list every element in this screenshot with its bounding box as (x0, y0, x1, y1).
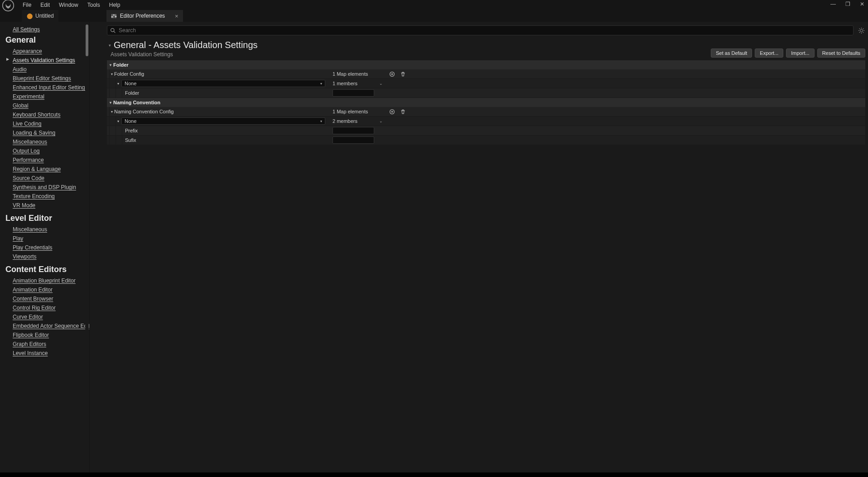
sidebar-item-level-instance[interactable]: Level Instance (5, 349, 89, 358)
search-icon (110, 28, 116, 34)
sidebar-item-assets-validation-settings[interactable]: Assets Validation Settings (5, 56, 89, 65)
collapse-icon[interactable]: ▾ (109, 43, 111, 48)
sidebar-item-flipbook-editor[interactable]: Flipbook Editor (5, 331, 89, 340)
clear-icon[interactable] (400, 108, 406, 115)
minimize-button[interactable]: — (830, 1, 836, 7)
members-label: 2 members (333, 118, 357, 124)
expand-icon[interactable]: ▾ (116, 82, 121, 86)
sidebar-item-enhanced-input-editor-settings[interactable]: Enhanced Input Editor Settings (5, 83, 89, 92)
search-input[interactable] (107, 25, 854, 35)
settings-gear-icon[interactable] (857, 26, 865, 34)
tab-untitled[interactable]: ⬤ Untitled (22, 10, 58, 22)
sidebar-group-level-editor: Level Editor (5, 210, 89, 225)
sidebar-all-settings[interactable]: All Settings (5, 26, 89, 34)
prefix-value-input[interactable] (333, 127, 374, 134)
sidebar-item-control-rig-editor[interactable]: Control Rig Editor (5, 303, 89, 312)
members-label: 1 members (333, 81, 357, 86)
page-title: ▾General - Assets Validation Settings (109, 40, 258, 50)
tab-label: Editor Preferences (120, 13, 165, 19)
map-elements-label: 1 Map elements (333, 109, 368, 114)
menu-file[interactable]: File (18, 1, 36, 9)
sidebar-item-synthesis-and-dsp-plugin[interactable]: Synthesis and DSP Plugin (5, 183, 89, 192)
sidebar-item-keyboard-shortcuts[interactable]: Keyboard Shortcuts (5, 110, 89, 119)
sidebar-item-texture-encoding[interactable]: Texture Encoding (5, 192, 89, 201)
sidebar-item-animation-editor[interactable]: Animation Editor (5, 285, 89, 294)
import-button[interactable]: Import... (786, 49, 814, 58)
export-button[interactable]: Export... (755, 49, 783, 58)
sidebar-item-appearance[interactable]: Appearance (5, 47, 89, 56)
sidebar-group-general: General (5, 34, 89, 47)
sidebar-item-live-coding[interactable]: Live Coding (5, 119, 89, 128)
category-naming-convention[interactable]: ▾Naming Convention (107, 98, 865, 107)
tab-bar: ⬤ Untitled Editor Preferences × (0, 10, 868, 22)
reset-to-defaults-button[interactable]: Reset to Defaults (817, 49, 865, 58)
tab-editor-preferences[interactable]: Editor Preferences × (106, 10, 183, 22)
sidebar-item-play[interactable]: Play (5, 234, 89, 243)
sidebar-scrollbar[interactable] (85, 22, 89, 472)
prop-folder: Folder (122, 90, 139, 96)
svg-point-4 (111, 16, 112, 17)
sidebar-item-audio[interactable]: Audio (5, 65, 89, 74)
sidebar-item-miscellaneous[interactable]: Miscellaneous (5, 137, 89, 146)
sidebar-item-content-browser[interactable]: Content Browser (5, 294, 89, 303)
folder-key-combo[interactable]: None▾ (121, 80, 325, 87)
sidebar-item-curve-editor[interactable]: Curve Editor (5, 312, 89, 321)
svg-point-7 (111, 28, 114, 31)
sidebar-item-viewports[interactable]: Viewports (5, 252, 89, 261)
level-icon: ⬤ (26, 13, 33, 19)
svg-point-0 (3, 0, 14, 11)
sidebar-item-region-language[interactable]: Region & Language (5, 165, 89, 174)
sliders-icon (111, 13, 117, 19)
menu-edit[interactable]: Edit (36, 1, 54, 9)
chevron-down-icon[interactable]: ⌄ (379, 119, 383, 123)
sidebar-item-output-log[interactable]: Output Log (5, 146, 89, 156)
add-element-icon[interactable] (389, 108, 395, 115)
page-subtitle: Assets Validation Settings (109, 51, 258, 58)
set-as-default-button[interactable]: Set as Default (711, 49, 752, 58)
expand-icon[interactable]: ▾ (110, 110, 114, 114)
map-elements-label: 1 Map elements (333, 71, 368, 77)
sidebar-item-loading-saving[interactable]: Loading & Saving (5, 128, 89, 137)
menu-help[interactable]: Help (105, 1, 125, 9)
maximize-button[interactable]: ❐ (844, 1, 851, 7)
expand-icon[interactable]: ▾ (116, 119, 121, 123)
nc-key-combo[interactable]: None▾ (121, 117, 325, 125)
sidebar-item-performance[interactable]: Performance (5, 156, 89, 165)
prop-naming-convention-config: Naming Convention Config (114, 109, 174, 114)
close-button[interactable]: ✕ (859, 1, 865, 7)
tab-close-icon[interactable]: × (175, 13, 178, 19)
sidebar-item-animation-blueprint-editor[interactable]: Animation Blueprint Editor (5, 276, 89, 285)
sidebar-item-graph-editors[interactable]: Graph Editors (5, 340, 89, 349)
sidebar-item-source-code[interactable]: Source Code (5, 174, 89, 183)
prop-prefix: Prefix (122, 128, 138, 133)
sidebar-item-blueprint-editor-settings[interactable]: Blueprint Editor Settings (5, 74, 89, 83)
chevron-down-icon[interactable]: ⌄ (379, 81, 383, 86)
settings-sidebar: All SettingsGeneralAppearanceAssets Vali… (0, 22, 90, 472)
sidebar-item-experimental[interactable]: Experimental (5, 92, 89, 101)
sidebar-group-content-editors: Content Editors (5, 261, 89, 276)
menu-tools[interactable]: Tools (83, 1, 105, 9)
folder-value-input[interactable] (333, 89, 374, 97)
expand-icon[interactable]: ▾ (110, 72, 114, 76)
prop-folder-config: Folder Config (114, 71, 144, 77)
settings-content: ▾General - Assets Validation Settings As… (100, 22, 868, 472)
category-folder[interactable]: ▾Folder (107, 60, 865, 69)
svg-line-8 (114, 31, 115, 33)
prop-sufix: Sufix (122, 137, 136, 143)
sufix-value-input[interactable] (333, 136, 374, 144)
menu-window[interactable]: Window (54, 1, 83, 9)
add-element-icon[interactable] (389, 71, 395, 77)
sidebar-item-global[interactable]: Global (5, 101, 89, 110)
search-field[interactable] (119, 27, 850, 34)
menu-bar: File Edit Window Tools Help — ❐ ✕ (0, 0, 868, 10)
sidebar-item-vr-mode[interactable]: VR Mode (5, 201, 89, 210)
unreal-logo-icon (2, 0, 14, 12)
sidebar-item-embedded-actor-sequence-editor[interactable]: Embedded Actor Sequence Editor (5, 321, 89, 331)
clear-icon[interactable] (400, 71, 406, 77)
svg-point-5 (113, 14, 114, 15)
tab-label: Untitled (35, 13, 54, 19)
sidebar-item-play-credentials[interactable]: Play Credentials (5, 243, 89, 252)
sidebar-item-miscellaneous[interactable]: Miscellaneous (5, 225, 89, 234)
svg-point-6 (116, 16, 116, 17)
bottom-bar (0, 472, 868, 477)
